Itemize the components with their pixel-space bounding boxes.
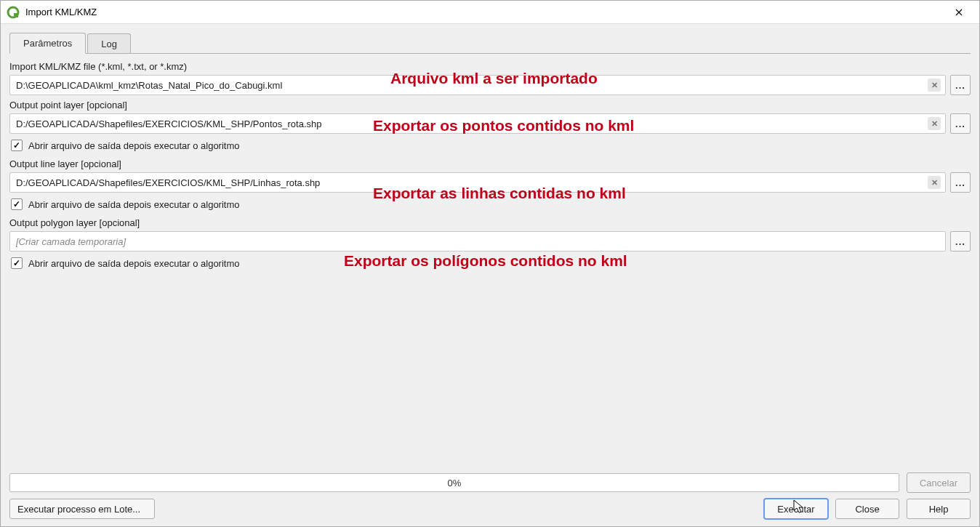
tabs-row: Parâmetros Log	[9, 31, 971, 53]
output-polygon-label: Output polygon layer [opcional]	[9, 217, 971, 228]
output-point-input-wrap: ✕	[9, 113, 946, 134]
close-button[interactable]: Close	[835, 499, 899, 519]
dialog-body: Parâmetros Log Import KML/KMZ file (*.km…	[1, 24, 979, 467]
output-line-row: ✕ ...	[9, 172, 971, 193]
output-polygon-input[interactable]	[15, 232, 941, 251]
open-polygon-checkbox[interactable]	[11, 257, 23, 269]
import-file-input[interactable]	[15, 76, 928, 94]
batch-button[interactable]: Executar processo em Lote...	[9, 499, 155, 519]
svg-rect-1	[14, 13, 18, 17]
execute-button[interactable]: Executar	[764, 499, 828, 519]
clear-icon[interactable]: ✕	[928, 79, 941, 92]
import-file-input-wrap: ✕	[9, 75, 946, 95]
progress-text: 0%	[448, 478, 462, 488]
cancel-button[interactable]: Cancelar	[907, 472, 971, 493]
clear-icon[interactable]: ✕	[928, 117, 941, 130]
output-line-input-wrap: ✕	[9, 172, 946, 193]
import-file-label: Import KML/KMZ file (*.kml, *.txt, or *.…	[9, 61, 971, 72]
window-close-button[interactable]	[944, 1, 973, 24]
output-line-input[interactable]	[15, 173, 928, 192]
tab-panel-parametros: Import KML/KMZ file (*.kml, *.txt, or *.…	[9, 53, 971, 467]
qgis-icon	[7, 6, 20, 19]
open-line-checkbox-label: Abrir arquivo de saída depois executar o…	[28, 199, 240, 210]
open-point-checkbox-label: Abrir arquivo de saída depois executar o…	[28, 140, 240, 151]
import-file-row: ✕ ...	[9, 75, 971, 95]
open-point-checkbox-row: Abrir arquivo de saída depois executar o…	[11, 140, 971, 151]
open-point-checkbox[interactable]	[11, 140, 23, 151]
help-button[interactable]: Help	[907, 499, 971, 519]
dialog-window: Import KML/KMZ Parâmetros Log Import KML…	[0, 0, 980, 527]
progress-row: 0% Cancelar	[9, 472, 971, 493]
open-polygon-checkbox-label: Abrir arquivo de saída depois executar o…	[28, 258, 240, 269]
open-line-checkbox-row: Abrir arquivo de saída depois executar o…	[11, 198, 971, 210]
output-polygon-row: ...	[9, 231, 971, 252]
output-point-label: Output point layer [opcional]	[9, 100, 971, 110]
bottom-area: 0% Cancelar Executar processo em Lote...…	[1, 467, 979, 526]
window-title: Import KML/KMZ	[25, 7, 944, 17]
output-point-input[interactable]	[15, 114, 928, 133]
tab-log[interactable]: Log	[87, 33, 131, 54]
browse-point-button[interactable]: ...	[950, 113, 971, 134]
browse-import-button[interactable]: ...	[950, 75, 971, 95]
browse-line-button[interactable]: ...	[950, 172, 971, 193]
open-line-checkbox[interactable]	[11, 198, 23, 210]
progress-bar: 0%	[9, 473, 899, 492]
browse-polygon-button[interactable]: ...	[950, 231, 971, 252]
output-polygon-input-wrap	[9, 231, 946, 252]
buttons-row: Executar processo em Lote... Executar Cl…	[9, 499, 971, 519]
titlebar: Import KML/KMZ	[1, 1, 979, 24]
clear-icon[interactable]: ✕	[928, 176, 941, 189]
output-point-row: ✕ ...	[9, 113, 971, 134]
tab-parametros[interactable]: Parâmetros	[9, 33, 86, 54]
open-polygon-checkbox-row: Abrir arquivo de saída depois executar o…	[11, 257, 971, 269]
output-line-label: Output line layer [opcional]	[9, 158, 971, 169]
